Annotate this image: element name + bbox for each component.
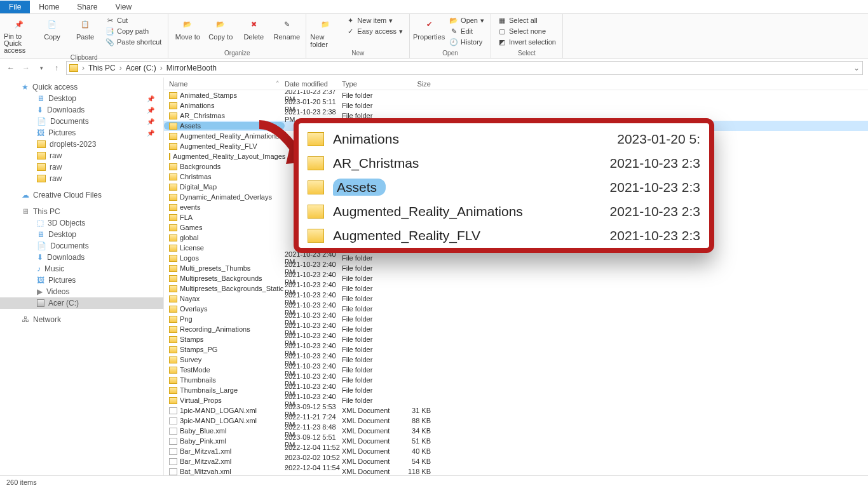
file-row[interactable]: Stamps2021-10-23 2:40 PMFile folder bbox=[164, 334, 868, 344]
nav-back-button[interactable]: ← bbox=[5, 62, 17, 74]
sidebar-desktop[interactable]: 🖥Desktop📌 bbox=[0, 93, 163, 104]
crumb-drive[interactable]: Acer (C:) bbox=[125, 64, 158, 72]
file-type: XML Document bbox=[342, 407, 399, 414]
crumb-folder[interactable]: MirrorMeBooth bbox=[165, 64, 218, 72]
invert-selection-button[interactable]: ◩Invert selection bbox=[495, 37, 559, 47]
new-item-button[interactable]: ✦New item ▾ bbox=[343, 15, 405, 25]
edit-button[interactable]: ✎Edit bbox=[447, 26, 487, 36]
file-row[interactable]: Recording_Animations2021-10-23 2:40 PMFi… bbox=[164, 324, 868, 334]
sidebar-raw[interactable]: raw bbox=[0, 150, 163, 161]
file-row[interactable]: Animations2023-01-20 5:11 PMFile folder bbox=[164, 100, 868, 111]
select-none-button[interactable]: ▢Select none bbox=[495, 26, 559, 36]
file-row[interactable]: Thumbnails_Large2021-10-23 2:40 PMFile f… bbox=[164, 385, 868, 395]
sidebar-downloads2[interactable]: ⬇Downloads bbox=[0, 252, 163, 263]
file-row[interactable]: Nayax2021-10-23 2:40 PMFile folder bbox=[164, 294, 868, 304]
file-row[interactable]: 3pic-MAND_LOGAN.xml2022-11-21 7:24 PMXML… bbox=[164, 416, 868, 426]
callout-name: Animations bbox=[333, 132, 608, 147]
file-row[interactable]: Overlays2021-10-23 2:40 PMFile folder bbox=[164, 304, 868, 314]
group-open-label: Open bbox=[414, 50, 487, 58]
file-row[interactable]: Bar_Mitzva1.xml2022-12-04 11:52 ...XML D… bbox=[164, 446, 868, 456]
file-row[interactable]: Multipresets_Backgrounds2021-10-23 2:40 … bbox=[164, 273, 868, 283]
file-name: Thumbnails_Large bbox=[180, 386, 238, 394]
file-size: 51 KB bbox=[399, 437, 437, 445]
col-date[interactable]: Date modified bbox=[285, 80, 342, 88]
file-row[interactable]: Thumbnails2021-10-23 2:40 PMFile folder bbox=[164, 375, 868, 385]
file-row[interactable]: Bat_Mitzvah.xml2022-12-04 11:54 ...XML D… bbox=[164, 466, 868, 475]
sidebar-downloads[interactable]: ⬇Downloads📌 bbox=[0, 104, 163, 116]
addr-dropdown-icon[interactable]: ⌄ bbox=[853, 64, 860, 72]
sidebar-documents2[interactable]: 📄Documents bbox=[0, 240, 163, 252]
nav-forward-button[interactable]: → bbox=[20, 62, 32, 74]
menu-home[interactable]: Home bbox=[30, 1, 68, 13]
file-row[interactable]: TestMode2021-10-23 2:40 PMFile folder bbox=[164, 365, 868, 375]
folder-icon bbox=[37, 163, 46, 171]
callout-name: Assets bbox=[333, 180, 601, 195]
sidebar-network[interactable]: 🖧Network bbox=[0, 314, 163, 325]
file-row[interactable]: Baby_Pink.xml2023-09-12 5:51 PMXML Docum… bbox=[164, 436, 868, 446]
sidebar-raw[interactable]: raw bbox=[0, 173, 163, 184]
sidebar-3dobjects[interactable]: ⬚3D Objects bbox=[0, 217, 163, 229]
copy-to-button[interactable]: 📂Copy to bbox=[205, 15, 236, 41]
pin-icon: 📌 bbox=[147, 130, 154, 137]
file-name: Stamps_PG bbox=[180, 346, 217, 353]
file-row[interactable]: Multipresets_Backgrounds_Static2021-10-2… bbox=[164, 283, 868, 294]
col-size[interactable]: Size bbox=[399, 80, 437, 88]
delete-icon: ✖ bbox=[246, 17, 261, 32]
sidebar-videos[interactable]: ▶Videos bbox=[0, 286, 163, 297]
menu-view[interactable]: View bbox=[106, 1, 140, 13]
easy-access-button[interactable]: ✓Easy access ▾ bbox=[343, 26, 405, 36]
copy-button[interactable]: 📄 Copy bbox=[37, 15, 67, 41]
paste-shortcut-button[interactable]: 📎Paste shortcut bbox=[103, 37, 164, 47]
history-button[interactable]: 🕘History bbox=[447, 37, 487, 47]
sidebar-desktop2[interactable]: 🖥Desktop bbox=[0, 229, 163, 240]
select-all-button[interactable]: ▦Select all bbox=[495, 15, 559, 25]
file-name: Digital_Map bbox=[180, 183, 217, 191]
file-row[interactable]: Animated_Stamps2021-10-23 2:37 PMFile fo… bbox=[164, 90, 868, 100]
crumb-thispc[interactable]: This PC bbox=[87, 64, 117, 72]
sidebar-music[interactable]: ♪Music bbox=[0, 263, 163, 274]
sidebar-thispc[interactable]: 🖥This PC bbox=[0, 206, 163, 217]
file-row[interactable]: Bar_Mitzva2.xml2023-02-02 10:52 ...XML D… bbox=[164, 456, 868, 466]
address-bar[interactable]: › This PC › Acer (C:) › MirrorMeBooth ⌄ bbox=[66, 61, 863, 75]
sidebar-documents[interactable]: 📄Documents📌 bbox=[0, 116, 163, 127]
file-name: Baby_Blue.xml bbox=[180, 427, 226, 435]
breadcrumb-sep[interactable]: › bbox=[159, 64, 164, 72]
file-name: Animated_Stamps bbox=[180, 92, 237, 99]
sidebar-quick-access[interactable]: ★Quick access bbox=[0, 81, 163, 93]
rename-button[interactable]: ✎Rename bbox=[271, 15, 302, 41]
col-type[interactable]: Type bbox=[342, 80, 399, 88]
sidebar-ccf[interactable]: ☁Creative Cloud Files bbox=[0, 189, 163, 201]
menu-share[interactable]: Share bbox=[68, 1, 106, 13]
menu-file[interactable]: File bbox=[0, 1, 30, 13]
file-row[interactable]: Png2021-10-23 2:40 PMFile folder bbox=[164, 314, 868, 324]
file-row[interactable]: Baby_Blue.xml2022-11-23 8:48 PMXML Docum… bbox=[164, 426, 868, 436]
cut-button[interactable]: ✂Cut bbox=[103, 15, 164, 25]
open-button[interactable]: 📂Open ▾ bbox=[447, 15, 487, 25]
copy-path-button[interactable]: 📑Copy path bbox=[103, 26, 164, 36]
file-row[interactable]: Multi_presets_Thumbs2021-10-23 2:40 PMFi… bbox=[164, 263, 868, 273]
sidebar-pictures[interactable]: 🖼Pictures📌 bbox=[0, 127, 163, 139]
new-folder-button[interactable]: 📁New folder bbox=[310, 15, 341, 48]
file-row[interactable]: 1pic-MAND_LOGAN.xml2023-09-12 5:53 PMXML… bbox=[164, 405, 868, 416]
nav-up-button[interactable]: ↑ bbox=[51, 62, 62, 74]
paste-button[interactable]: 📋 Paste bbox=[70, 15, 100, 41]
file-type: File folder bbox=[342, 366, 399, 374]
col-name[interactable]: Name˄ bbox=[164, 80, 285, 88]
properties-button[interactable]: ✔Properties bbox=[414, 15, 444, 41]
breadcrumb-sep[interactable]: › bbox=[81, 64, 86, 72]
pin-quick-access-button[interactable]: 📌 Pin to Quick access bbox=[4, 15, 34, 54]
sidebar-raw[interactable]: raw bbox=[0, 161, 163, 173]
file-row[interactable]: Virtual_Props2021-10-23 2:40 PMFile fold… bbox=[164, 395, 868, 405]
file-row[interactable]: Logos2021-10-23 2:40 PMFile folder bbox=[164, 253, 868, 263]
file-name: Baby_Pink.xml bbox=[180, 437, 226, 445]
file-row[interactable]: Stamps_PG2021-10-23 2:40 PMFile folder bbox=[164, 344, 868, 355]
breadcrumb-sep[interactable]: › bbox=[118, 64, 123, 72]
move-to-button[interactable]: 📂Move to bbox=[172, 15, 203, 41]
sidebar-droplets[interactable]: droplets-2023 bbox=[0, 139, 163, 150]
shortcut-icon: 📎 bbox=[105, 37, 114, 46]
file-row[interactable]: Survey2021-10-23 2:40 PMFile folder bbox=[164, 355, 868, 365]
delete-button[interactable]: ✖Delete bbox=[238, 15, 269, 41]
nav-recent-button[interactable]: ▾ bbox=[36, 62, 47, 74]
sidebar-pictures2[interactable]: 🖼Pictures bbox=[0, 274, 163, 286]
sidebar-acer-drive[interactable]: Acer (C:) bbox=[0, 297, 163, 309]
